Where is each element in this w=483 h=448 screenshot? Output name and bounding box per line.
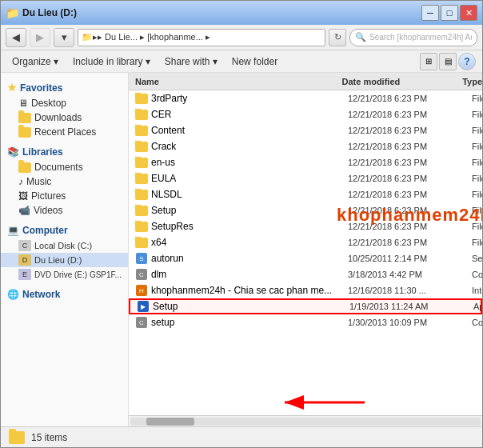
sidebar-item-label: DVD Drive (E:) GSP1F...: [34, 270, 122, 279]
network-label: Network: [22, 289, 60, 300]
table-row[interactable]: CER 12/21/2018 6:23 PM File fo...: [129, 106, 482, 122]
file-area: khophanmem24h.com Name Date modified Typ…: [129, 73, 482, 426]
setup-icon: S: [135, 252, 148, 265]
sidebar-item-recent[interactable]: Recent Places: [1, 125, 128, 139]
sidebar-item-videos[interactable]: 📹 Videos: [1, 203, 128, 218]
file-date: 12/21/2018 6:23 PM: [345, 190, 469, 199]
star-icon: ★: [7, 82, 17, 94]
file-name-text: autorun: [151, 253, 184, 264]
file-name-text: setup: [151, 317, 174, 328]
forward-button[interactable]: ▶: [30, 28, 50, 47]
sidebar-item-music[interactable]: ♪ Music: [1, 174, 128, 189]
table-row[interactable]: Crack 12/21/2018 6:23 PM File fo...: [129, 138, 482, 154]
refresh-button[interactable]: ↻: [329, 29, 346, 46]
sidebar-item-label: Downloads: [34, 112, 82, 123]
file-type: File fo...: [469, 94, 482, 103]
sidebar-item-label: Documents: [34, 162, 83, 173]
table-row[interactable]: ▶ Setup 1/19/2013 11:24 AM Applic...: [129, 298, 482, 314]
address-bar[interactable]: 📁 ▸▸ Du Lie... ▸ [khophanme... ▸: [78, 29, 325, 46]
sidebar-drive-d[interactable]: D Du Lieu (D:): [1, 253, 128, 267]
maximize-button[interactable]: □: [441, 5, 458, 21]
dropdown-button[interactable]: ▾: [54, 28, 74, 47]
table-row[interactable]: x64 12/21/2018 6:23 PM File fo...: [129, 234, 482, 250]
table-row[interactable]: C setup 1/30/2013 10:09 PM Confi...: [129, 314, 482, 330]
file-type: Setup ...: [469, 254, 482, 263]
sidebar-item-documents[interactable]: Documents: [1, 160, 128, 174]
folder-icon: [135, 142, 148, 152]
horizontal-scrollbar[interactable]: [129, 415, 482, 426]
column-type[interactable]: Type: [459, 77, 482, 86]
network-header[interactable]: 🌐 Network: [1, 286, 128, 302]
sidebar-item-label: Desktop: [31, 98, 66, 109]
sidebar-item-label: Du Lieu (D:): [34, 255, 82, 265]
sidebar-item-label: Pictures: [31, 190, 66, 202]
file-name-text: CER: [151, 109, 171, 120]
layout-button[interactable]: ▤: [439, 53, 457, 70]
table-row[interactable]: 3rdParty 12/21/2018 6:23 PM File fo...: [129, 90, 482, 106]
sidebar-drive-c[interactable]: C Local Disk (C:): [1, 238, 128, 253]
file-date: 1/19/2013 11:24 AM: [346, 302, 470, 311]
scrollbar-thumb[interactable]: [146, 418, 194, 426]
file-date: 12/21/2018 6:23 PM: [345, 174, 469, 183]
table-row[interactable]: NLSDL 12/21/2018 6:23 PM File fo...: [129, 186, 482, 202]
scrollbar-track[interactable]: [130, 418, 481, 426]
sidebar-drive-e[interactable]: E DVD Drive (E:) GSP1F...: [1, 267, 128, 282]
libraries-header[interactable]: 📚 Libraries: [1, 144, 128, 160]
folder-icon: [18, 127, 31, 138]
table-row[interactable]: S autorun 10/25/2011 2:14 PM Setup ...: [129, 250, 482, 266]
table-row[interactable]: SetupRes 12/21/2018 6:23 PM File fo...: [129, 218, 482, 234]
file-name: C setup: [129, 316, 345, 329]
file-name-text: NLSDL: [151, 189, 182, 200]
table-row[interactable]: EULA 12/21/2018 6:23 PM File fo...: [129, 170, 482, 186]
file-date: 12/16/2018 11:30 ...: [345, 286, 469, 295]
explorer-window: 📁 Du Lieu (D:) ─ □ ✕ ◀ ▶ ▾ 📁 ▸▸ Du Lie..…: [0, 0, 483, 448]
html-icon: H: [135, 284, 148, 297]
secondary-toolbar: Organize ▾ Include in library ▾ Share wi…: [1, 50, 482, 73]
file-type: Confi...: [469, 318, 482, 327]
new-folder-button[interactable]: New folder: [227, 54, 282, 69]
table-row[interactable]: H khophanmem24h - Chia se cac phan me...…: [129, 282, 482, 298]
back-button[interactable]: ◀: [6, 28, 26, 47]
search-icon: 🔍: [355, 32, 366, 42]
table-row[interactable]: Content 12/21/2018 6:23 PM File fo...: [129, 122, 482, 138]
sidebar-item-desktop[interactable]: 🖥 Desktop: [1, 96, 128, 110]
column-date[interactable]: Date modified: [338, 77, 459, 86]
main-content: ★ Favorites 🖥 Desktop Downloads Recent P…: [1, 73, 482, 426]
close-button[interactable]: ✕: [460, 5, 477, 21]
table-row[interactable]: Setup 12/21/2018 6:23 PM File fo...: [129, 202, 482, 218]
file-name: Setup: [129, 205, 345, 216]
file-date: 12/21/2018 6:23 PM: [345, 222, 469, 231]
folder-icon: [135, 158, 148, 168]
view-buttons: ⊞ ▤ ?: [420, 53, 476, 70]
computer-header[interactable]: 💻 Computer: [1, 222, 128, 238]
sidebar-item-pictures[interactable]: 🖼 Pictures: [1, 189, 128, 203]
file-type: File fo...: [469, 142, 482, 151]
folder-icon: [135, 110, 148, 120]
include-library-button[interactable]: Include in library ▾: [68, 54, 155, 69]
music-icon: ♪: [18, 176, 23, 187]
search-bar[interactable]: 🔍 Search [khophanmem24h] Autocad 20...: [349, 29, 477, 46]
favorites-header[interactable]: ★ Favorites: [1, 79, 128, 96]
file-name: H khophanmem24h - Chia se cac phan me...: [129, 284, 345, 297]
file-name-text: Content: [151, 125, 185, 136]
file-type: File fo...: [469, 126, 482, 135]
file-date: 12/21/2018 6:23 PM: [345, 126, 469, 135]
libraries-label: Libraries: [22, 146, 63, 158]
sidebar-item-downloads[interactable]: Downloads: [1, 110, 128, 125]
view-toggle-button[interactable]: ⊞: [420, 53, 437, 70]
table-row[interactable]: en-us 12/21/2018 6:23 PM File fo...: [129, 154, 482, 170]
status-item-count: 15 items: [31, 432, 67, 443]
folder-icon: [135, 94, 148, 104]
file-date: 12/21/2018 6:23 PM: [345, 206, 469, 215]
column-name[interactable]: Name: [129, 77, 338, 86]
minimize-button[interactable]: ─: [421, 5, 439, 21]
network-section: 🌐 Network: [1, 286, 128, 302]
file-name: SetupRes: [129, 221, 345, 232]
file-name-text: Setup: [151, 205, 176, 216]
organize-button[interactable]: Organize ▾: [7, 54, 63, 69]
share-with-button[interactable]: Share with ▾: [160, 54, 222, 69]
table-row[interactable]: C dlm 3/18/2013 4:42 PM Confi...: [129, 266, 482, 282]
help-button[interactable]: ?: [458, 53, 476, 70]
network-icon: 🌐: [7, 289, 19, 300]
file-type: File fo...: [469, 110, 482, 119]
